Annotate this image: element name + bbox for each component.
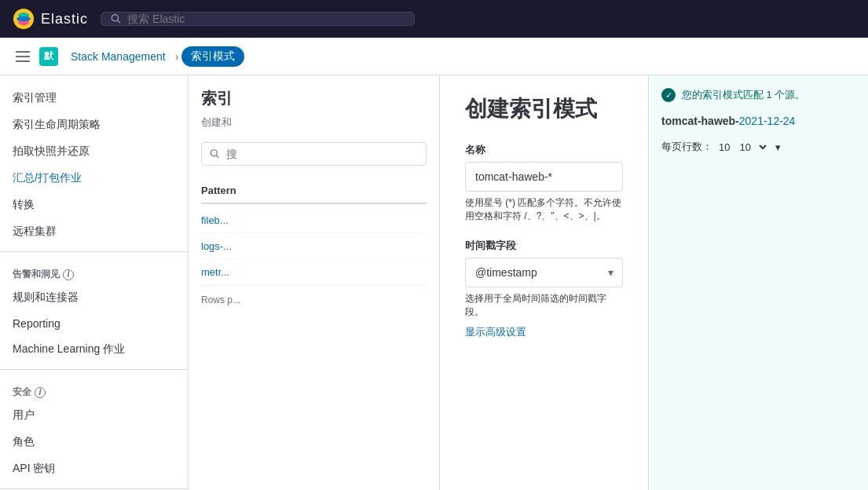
- sidebar-item-roles[interactable]: 角色: [0, 429, 188, 455]
- sidebar-item-rollup[interactable]: 汇总/打包作业: [0, 165, 188, 192]
- table-row: metr...: [201, 259, 427, 285]
- breadcrumb-bar: 默 Stack Management › 索引模式: [0, 38, 868, 75]
- preview-pattern-bold: tomcat-haweb-: [661, 115, 739, 127]
- sidebar-item-ml-jobs[interactable]: Machine Learning 作业: [0, 336, 188, 363]
- name-label: 名称: [465, 143, 623, 157]
- breadcrumb-stack-management[interactable]: Stack Management: [64, 47, 172, 66]
- preview-pattern: tomcat-haweb-2021-12-24: [661, 115, 855, 127]
- preview-match-text: ✓ 您的索引模式匹配 1 个源。: [661, 88, 855, 102]
- security-info-icon: i: [35, 387, 46, 398]
- table-row: fileb...: [201, 207, 427, 233]
- avatar: 默: [39, 47, 58, 66]
- search-icon: [111, 13, 121, 24]
- global-search-input[interactable]: [127, 13, 405, 25]
- create-form-panel: 创建索引模式 名称 使用星号 (*) 匹配多个字符。不允许使用空格和字符 /、?…: [440, 75, 648, 490]
- panel-title: 索引: [201, 88, 427, 109]
- sidebar-item-index-management[interactable]: 索引管理: [0, 85, 188, 112]
- form-section-name: 名称 使用星号 (*) 匹配多个字符。不允许使用空格和字符 /、?、"、<、>、…: [465, 143, 623, 223]
- list-search[interactable]: [201, 142, 427, 166]
- index-pattern-link-3[interactable]: metr...: [201, 266, 229, 278]
- svg-point-6: [211, 150, 217, 156]
- preview-rows-per-page: 每页行数： 10 10 25 50 100 ▾: [661, 140, 855, 154]
- timestamp-select-wrap: @timestamp ▾: [465, 258, 623, 287]
- table-row: logs-...: [201, 233, 427, 259]
- sidebar-item-users[interactable]: 用户: [0, 402, 188, 429]
- rows-per-page-select[interactable]: 10 25 50 100: [736, 141, 769, 154]
- svg-line-5: [118, 20, 120, 23]
- sidebar: 索引管理 索引生命周期策略 拍取快照并还原 汇总/打包作业 转换 远程集群 告警…: [0, 75, 189, 490]
- rows-per-page-value: 10: [719, 141, 730, 153]
- breadcrumb-separator: ›: [175, 50, 179, 63]
- timestamp-label: 时间戳字段: [465, 239, 623, 253]
- main-area: 索引 创建和 Pattern fileb... logs-... metr...: [189, 75, 868, 490]
- list-search-input[interactable]: [226, 148, 418, 160]
- alerts-info-icon: i: [63, 269, 74, 280]
- table-header: Pattern: [201, 178, 427, 204]
- sidebar-divider-2: [0, 369, 188, 370]
- elastic-wordmark: Elastic: [41, 11, 88, 27]
- panel-subtitle: 创建和: [201, 115, 427, 130]
- index-pattern-link-1[interactable]: fileb...: [201, 214, 229, 226]
- rows-per-page-text: Rows p...: [201, 294, 427, 305]
- preview-pattern-date: 2021-12-24: [739, 115, 796, 127]
- table-column-pattern: Pattern: [201, 185, 427, 196]
- sidebar-item-reporting[interactable]: Reporting: [0, 311, 188, 336]
- sidebar-item-remote-cluster[interactable]: 远程集群: [0, 218, 188, 245]
- elastic-logo: Elastic: [13, 8, 88, 30]
- rows-per-page-label: 每页行数：: [661, 140, 712, 154]
- sidebar-item-api-keys[interactable]: API 密钥: [0, 455, 188, 482]
- index-pattern-link-2[interactable]: logs-...: [201, 240, 232, 252]
- sidebar-divider-1: [0, 251, 188, 252]
- name-input[interactable]: [465, 162, 623, 192]
- name-hint: 使用星号 (*) 匹配多个字符。不允许使用空格和字符 /、?、"、<、>、|。: [465, 196, 623, 223]
- svg-line-7: [216, 155, 218, 158]
- list-search-icon: [210, 148, 220, 159]
- form-title: 创建索引模式: [465, 94, 623, 124]
- sidebar-divider-3: [0, 488, 188, 489]
- sidebar-header-alerts: 告警和洞见 i: [0, 258, 188, 284]
- preview-panel: ✓ 您的索引模式匹配 1 个源。 tomcat-haweb-2021-12-24…: [648, 75, 868, 490]
- breadcrumb: Stack Management › 索引模式: [64, 46, 244, 67]
- svg-point-4: [112, 15, 118, 21]
- advanced-settings-link[interactable]: 显示高级设置: [465, 326, 526, 338]
- left-panel: 索引 创建和 Pattern fileb... logs-... metr...: [189, 75, 440, 490]
- check-icon: ✓: [661, 88, 676, 102]
- sidebar-header-security: 安全 i: [0, 376, 188, 402]
- global-search-bar[interactable]: [101, 12, 415, 26]
- sidebar-item-ilm[interactable]: 索引生命周期策略: [0, 112, 188, 138]
- chevron-down-icon-rows: ▾: [775, 141, 781, 153]
- elastic-logo-icon: [13, 8, 35, 30]
- top-nav: Elastic: [0, 0, 868, 38]
- form-section-timestamp: 时间戳字段 @timestamp ▾ 选择用于全局时间筛选的时间戳字段。 显示高…: [465, 239, 623, 339]
- sidebar-item-rules[interactable]: 规则和连接器: [0, 284, 188, 311]
- sidebar-item-snapshot[interactable]: 拍取快照并还原: [0, 138, 188, 165]
- sidebar-group-1: 索引管理 索引生命周期策略 拍取快照并还原 汇总/打包作业 转换 远程集群: [0, 85, 188, 245]
- timestamp-select[interactable]: @timestamp: [465, 258, 623, 287]
- sidebar-item-transform[interactable]: 转换: [0, 192, 188, 218]
- timestamp-hint: 选择用于全局时间筛选的时间戳字段。: [465, 292, 623, 319]
- breadcrumb-current: 索引模式: [181, 46, 244, 67]
- hamburger-menu[interactable]: [13, 48, 33, 65]
- svg-point-3: [16, 16, 31, 21]
- layout: 索引管理 索引生命周期策略 拍取快照并还原 汇总/打包作业 转换 远程集群 告警…: [0, 75, 868, 490]
